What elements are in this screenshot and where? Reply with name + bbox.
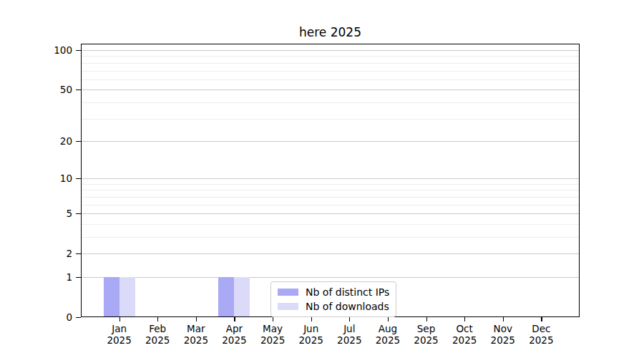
- x-tick-mark: [119, 317, 120, 321]
- x-tick-mark: [464, 317, 465, 321]
- x-tick-mark: [234, 317, 235, 321]
- y-tick-label: 5: [0, 208, 72, 219]
- y-tick-mark: [76, 50, 81, 51]
- y-tick-label: 2: [0, 248, 72, 259]
- x-tick-month: Dec: [518, 323, 564, 334]
- y-tick-mark: [76, 141, 81, 142]
- y-major-gridline: [81, 50, 580, 51]
- y-major-gridline: [81, 90, 580, 90]
- y-major-gridline: [81, 277, 580, 278]
- x-tick-mark: [388, 317, 389, 321]
- y-minor-gridline: [81, 224, 580, 225]
- x-tick-mark: [426, 317, 427, 321]
- x-tick-mark: [196, 317, 197, 321]
- y-tick-mark: [76, 90, 81, 90]
- y-tick-mark: [76, 277, 81, 278]
- y-tick-label: 1: [0, 271, 72, 283]
- x-tick-mark: [311, 317, 312, 321]
- y-tick-mark: [76, 317, 81, 318]
- y-minor-gridline: [81, 119, 580, 120]
- bar: [119, 277, 135, 317]
- y-tick-label: 20: [0, 135, 72, 147]
- bar: [234, 277, 250, 317]
- legend: Nb of distinct IPs Nb of downloads: [270, 281, 396, 317]
- y-major-gridline: [81, 141, 580, 142]
- y-minor-gridline: [81, 237, 580, 238]
- y-minor-gridline: [81, 190, 580, 190]
- x-tick-label: Dec2025: [518, 323, 564, 346]
- y-major-gridline: [81, 213, 580, 214]
- y-tick-label: 50: [0, 84, 72, 95]
- y-major-gridline: [81, 253, 580, 254]
- y-tick-label: 0: [0, 311, 72, 323]
- y-minor-gridline: [81, 71, 580, 72]
- distinct-ips-swatch: [278, 289, 298, 296]
- y-major-gridline: [81, 178, 580, 179]
- y-minor-gridline: [81, 197, 580, 198]
- figure: here 2025 0125102050100Jan2025Feb2025Mar…: [0, 0, 644, 358]
- bar: [218, 277, 234, 317]
- x-tick-mark: [541, 317, 542, 321]
- x-tick-mark: [503, 317, 504, 321]
- bar: [104, 277, 119, 317]
- legend-entry-distinct-ips: Nb of distinct IPs: [278, 286, 389, 298]
- legend-label-distinct-ips: Nb of distinct IPs: [306, 286, 389, 298]
- y-tick-mark: [76, 213, 81, 214]
- y-minor-gridline: [81, 56, 580, 57]
- y-minor-gridline: [81, 102, 580, 103]
- chart-title: here 2025: [81, 25, 580, 39]
- x-tick-mark: [349, 317, 350, 321]
- plot-area: [81, 44, 580, 317]
- y-minor-gridline: [81, 184, 580, 185]
- legend-label-downloads: Nb of downloads: [306, 301, 389, 312]
- x-tick-mark: [157, 317, 158, 321]
- y-tick-label: 100: [0, 44, 72, 56]
- y-minor-gridline: [81, 63, 580, 64]
- x-tick-year: 2025: [518, 334, 564, 346]
- downloads-swatch: [278, 303, 298, 310]
- y-minor-gridline: [81, 79, 580, 80]
- y-tick-mark: [76, 178, 81, 179]
- y-tick-mark: [76, 253, 81, 254]
- x-tick-mark: [273, 317, 273, 321]
- y-minor-gridline: [81, 205, 580, 205]
- y-tick-label: 10: [0, 173, 72, 184]
- legend-entry-downloads: Nb of downloads: [278, 301, 389, 312]
